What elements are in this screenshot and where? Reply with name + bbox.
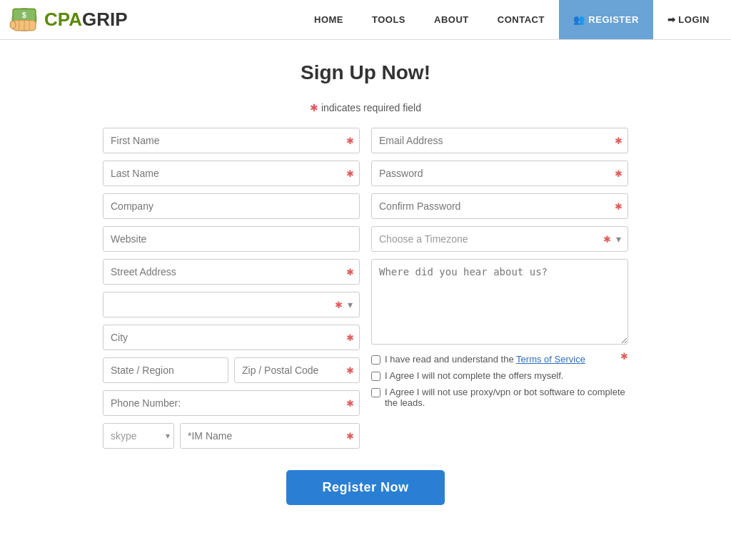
- company-input[interactable]: [103, 193, 360, 219]
- confirm-password-wrap: ✱: [371, 193, 628, 219]
- proxy-label: I Agree I will not use proxy/vpn or bot …: [385, 387, 628, 408]
- nav-about[interactable]: ABOUT: [420, 0, 483, 39]
- website-input[interactable]: [103, 226, 360, 252]
- form-left-column: ✱ ✱ ✱ United States United: [103, 128, 360, 449]
- users-icon: 👥: [573, 14, 585, 25]
- zip-wrap: ✱: [234, 357, 360, 383]
- logo-grip: GRIP: [82, 9, 128, 30]
- state-wrap: [103, 357, 228, 383]
- hear-about-us-wrap: [371, 259, 628, 347]
- tos-link[interactable]: Terms of Service: [516, 354, 585, 365]
- register-button[interactable]: Register Now: [286, 470, 444, 505]
- email-wrap: ✱: [371, 128, 628, 153]
- website-wrap: [103, 226, 360, 252]
- city-wrap: ✱: [103, 325, 360, 350]
- street-address-input[interactable]: [103, 259, 360, 285]
- state-zip-row: ✱: [103, 357, 360, 383]
- nav-tools[interactable]: TOOLS: [358, 0, 420, 39]
- logo: $ CPAGRIP: [7, 4, 128, 36]
- registration-form: ✱ ✱ ✱ United States United: [59, 128, 672, 449]
- im-name-input[interactable]: [180, 423, 360, 449]
- nav-register[interactable]: 👥REGISTER: [559, 0, 653, 39]
- email-input[interactable]: [371, 128, 628, 153]
- page-title: Sign Up Now!: [59, 61, 672, 84]
- last-name-input[interactable]: [103, 161, 360, 186]
- first-name-input[interactable]: [103, 128, 360, 153]
- last-name-wrap: ✱: [103, 161, 360, 186]
- confirm-password-input[interactable]: [371, 193, 628, 219]
- offers-checkbox-item: I Agree I will not complete the offers m…: [371, 370, 628, 381]
- checkbox-required: ✱: [620, 351, 628, 362]
- tos-checkbox[interactable]: [371, 355, 380, 365]
- timezone-select[interactable]: Choose a Timezone UTC-5 Eastern UTC-6 Ce…: [371, 226, 628, 252]
- offers-label: I Agree I will not complete the offers m…: [385, 370, 564, 381]
- login-icon: ➡: [667, 14, 676, 25]
- nav-login[interactable]: ➡LOGIN: [653, 0, 724, 39]
- phone-wrap: ✱: [103, 390, 360, 416]
- country-wrap: United States United Kingdom Canada Aust…: [103, 292, 360, 317]
- svg-text:$: $: [22, 11, 26, 19]
- register-button-wrap: Register Now: [59, 470, 672, 505]
- logo-cpa: CPA: [44, 9, 82, 30]
- street-address-wrap: ✱: [103, 259, 360, 285]
- checkbox-area: ✱ I have read and understand the Terms o…: [371, 354, 628, 408]
- password-wrap: ✱: [371, 161, 628, 186]
- proxy-checkbox-item: I Agree I will not use proxy/vpn or bot …: [371, 387, 628, 408]
- im-name-wrap: ✱: [180, 423, 360, 449]
- phone-input[interactable]: [103, 390, 360, 416]
- password-input[interactable]: [371, 161, 628, 186]
- timezone-wrap: Choose a Timezone UTC-5 Eastern UTC-6 Ce…: [371, 226, 628, 252]
- required-star: ✱: [310, 102, 318, 113]
- zip-input[interactable]: [234, 357, 360, 383]
- required-note: ✱ indicates required field: [59, 102, 672, 113]
- tos-checkbox-item: I have read and understand the Terms of …: [371, 354, 628, 365]
- im-type-wrap: skype aim yahoo gtalk: [103, 423, 174, 449]
- nav-contact[interactable]: CONTACT: [483, 0, 559, 39]
- nav-home[interactable]: HOME: [300, 0, 358, 39]
- navbar: $ CPAGRIP HOME TOOLS ABOUT CONTACT 👥REGI…: [0, 0, 731, 40]
- im-type-select[interactable]: skype aim yahoo gtalk: [103, 423, 174, 449]
- svg-point-7: [10, 21, 16, 29]
- main-content: Sign Up Now! ✱ indicates required field …: [44, 40, 687, 541]
- tos-label: I have read and understand the Terms of …: [385, 354, 585, 365]
- company-wrap: [103, 193, 360, 219]
- state-input[interactable]: [103, 357, 228, 383]
- skype-row: skype aim yahoo gtalk ✱: [103, 423, 360, 449]
- offers-checkbox[interactable]: [371, 372, 380, 381]
- city-input[interactable]: [103, 325, 360, 350]
- proxy-checkbox[interactable]: [371, 388, 380, 397]
- country-select[interactable]: United States United Kingdom Canada Aust…: [103, 292, 360, 317]
- nav-links: HOME TOOLS ABOUT CONTACT 👥REGISTER ➡LOGI…: [300, 0, 724, 39]
- hear-about-us-textarea[interactable]: [371, 259, 628, 345]
- first-name-wrap: ✱: [103, 128, 360, 153]
- form-right-column: ✱ ✱ ✱ Choose a Timezone UTC-5 Eastern UT…: [371, 128, 628, 449]
